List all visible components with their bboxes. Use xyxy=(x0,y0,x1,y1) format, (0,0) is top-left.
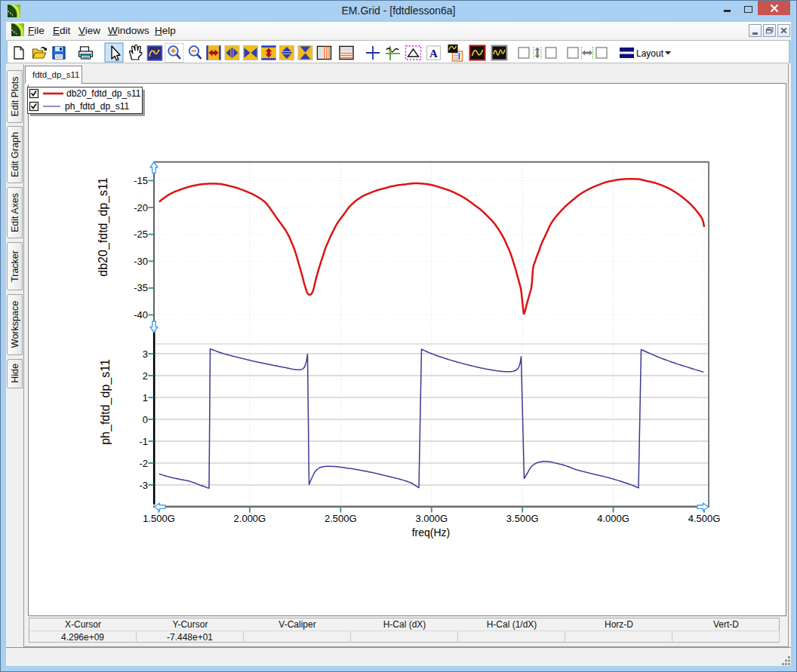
svg-text:-1: -1 xyxy=(139,436,148,447)
svg-text:-40: -40 xyxy=(134,309,148,321)
svg-text:3.500G: 3.500G xyxy=(506,513,539,524)
svg-text:-3: -3 xyxy=(139,480,148,491)
svg-text:db20_fdtd_dp_s11: db20_fdtd_dp_s11 xyxy=(66,88,141,99)
svg-text:ph_fdtd_dp_s11: ph_fdtd_dp_s11 xyxy=(65,101,130,112)
svg-text:A: A xyxy=(429,48,438,60)
svg-text:2: 2 xyxy=(143,370,148,382)
svg-text:-20: -20 xyxy=(134,202,148,213)
svg-text:2.500G: 2.500G xyxy=(325,513,357,524)
svg-text:3: 3 xyxy=(143,348,148,360)
svg-text:ph_fdtd_dp_s11: ph_fdtd_dp_s11 xyxy=(99,359,112,445)
svg-text:-25: -25 xyxy=(134,229,148,240)
svg-text:Layout: Layout xyxy=(636,48,664,59)
svg-text:4.500G: 4.500G xyxy=(688,513,721,524)
svg-text:-30: -30 xyxy=(134,256,148,267)
svg-text:3.000G: 3.000G xyxy=(415,513,448,524)
svg-text:4.000G: 4.000G xyxy=(597,513,629,524)
svg-text:2.000G: 2.000G xyxy=(234,513,266,524)
svg-text:-35: -35 xyxy=(134,282,148,293)
svg-text:1.500G: 1.500G xyxy=(143,513,175,524)
svg-text:0: 0 xyxy=(143,414,148,425)
svg-text:freq(Hz): freq(Hz) xyxy=(412,526,451,539)
svg-text:-15: -15 xyxy=(134,175,148,186)
svg-text:-2: -2 xyxy=(139,458,148,469)
svg-text:db20_fdtd_dp_s11: db20_fdtd_dp_s11 xyxy=(97,177,110,276)
svg-text:1: 1 xyxy=(143,392,148,404)
